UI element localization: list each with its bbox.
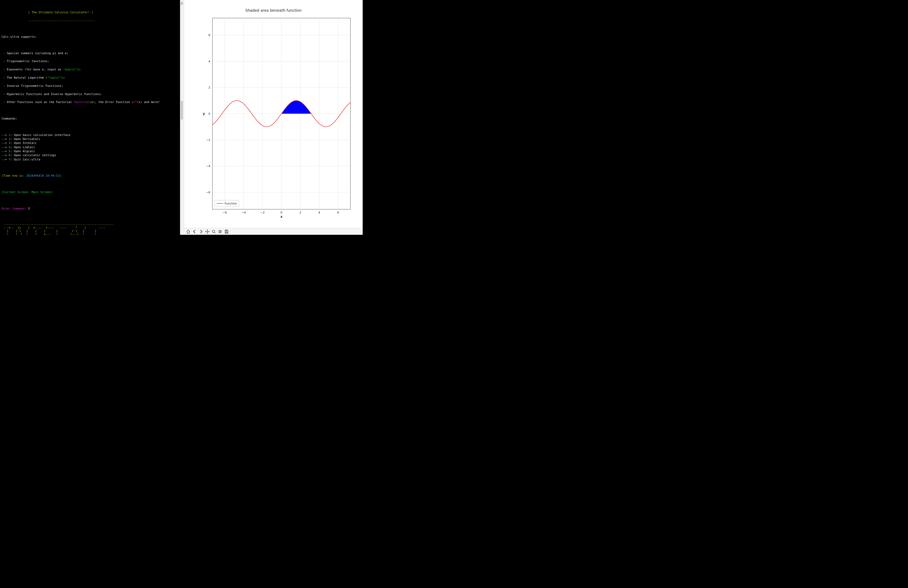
plot-pane: Shaded area beneath function −6−4−20246 …	[184, 0, 363, 235]
chart-svg: −6−4−20246 −6−4−20246 x y Function	[194, 15, 353, 220]
plot-area[interactable]: Shaded area beneath function −6−4−20246 …	[184, 0, 363, 228]
svg-text:−4: −4	[206, 164, 210, 168]
support-item: - Other Functions such as the Factorial	[2, 100, 74, 104]
save-icon[interactable]	[224, 229, 229, 235]
chart-legend: Function	[214, 200, 239, 207]
svg-text:0: 0	[281, 211, 282, 214]
time-month: 04	[35, 174, 39, 177]
main-command-list: --> 1: Open basic calculation interface …	[2, 133, 179, 162]
commands-heading: Commands:	[2, 117, 18, 120]
y-axis-label: y	[203, 112, 205, 116]
prompt-label: Enter Command:	[2, 207, 28, 210]
svg-point-31	[213, 230, 215, 232]
support-item: - Exponents	[2, 68, 24, 71]
svg-text:−6: −6	[206, 190, 210, 194]
intecalc-ascii-art: ----------------------------------------…	[2, 223, 179, 235]
time-year: 2024	[26, 174, 34, 177]
chart-title: Shaded area beneath function	[190, 8, 357, 13]
matplotlib-toolbar	[184, 228, 363, 235]
svg-text:−4: −4	[241, 211, 246, 214]
svg-text:−2: −2	[261, 211, 265, 214]
factorial-token: factorial	[74, 100, 90, 104]
svg-point-33	[221, 231, 221, 232]
erf-token: erf	[132, 100, 137, 104]
forward-icon[interactable]	[198, 229, 204, 235]
svg-text:2: 2	[299, 211, 301, 214]
support-item: - Hyperbolic Functions and Inverse Hyper…	[2, 92, 102, 96]
back-icon[interactable]	[192, 229, 198, 235]
terminal-pane[interactable]: | The Ultimate Calculus Calculator! | --…	[0, 0, 180, 235]
svg-text:6: 6	[208, 34, 210, 37]
svg-text:−2: −2	[206, 138, 210, 142]
support-item: - The Natural Logarithm	[2, 76, 46, 79]
svg-point-34	[220, 232, 221, 233]
support-item: - Trigonometric functions;	[2, 60, 49, 63]
x-axis-label: x	[280, 215, 282, 219]
support-item: - Special numbers including pi and e;	[2, 52, 69, 55]
svg-text:4: 4	[208, 60, 210, 63]
svg-text:−6: −6	[222, 211, 227, 214]
current-screen-main: (Current Screen: Main Screen)	[2, 190, 53, 194]
svg-rect-36	[226, 230, 227, 231]
svg-point-32	[219, 230, 220, 231]
svg-rect-35	[226, 232, 227, 233]
time-day: 14	[40, 174, 44, 177]
svg-text:4: 4	[318, 211, 320, 214]
log-token: "log(x)"	[47, 76, 61, 79]
home-icon[interactable]	[185, 229, 191, 235]
svg-text:6: 6	[337, 211, 339, 214]
svg-text:2: 2	[208, 86, 210, 89]
prompt-value[interactable]: 3	[28, 207, 30, 210]
scrollbar-thumb[interactable]	[181, 101, 183, 119]
svg-text:0: 0	[208, 112, 210, 116]
svg-text:Function: Function	[225, 202, 237, 205]
exp-token: "exp(x)"	[63, 68, 77, 71]
zoom-icon[interactable]	[211, 229, 217, 235]
supports-heading: Calc-ultra supports:	[2, 35, 37, 39]
pane-divider[interactable]	[180, 0, 184, 235]
time-clock: 18:44:52	[46, 174, 60, 177]
pan-icon[interactable]	[204, 229, 210, 235]
app-title-underline: --------------------------------------	[28, 19, 95, 22]
app-title: | The Ultimate Calculus Calculator! |	[28, 11, 93, 14]
configure-icon[interactable]	[217, 229, 223, 235]
time-prefix: (Time now is:	[2, 174, 26, 177]
support-item: - Inverse Trigonometric Functions;	[2, 84, 63, 88]
